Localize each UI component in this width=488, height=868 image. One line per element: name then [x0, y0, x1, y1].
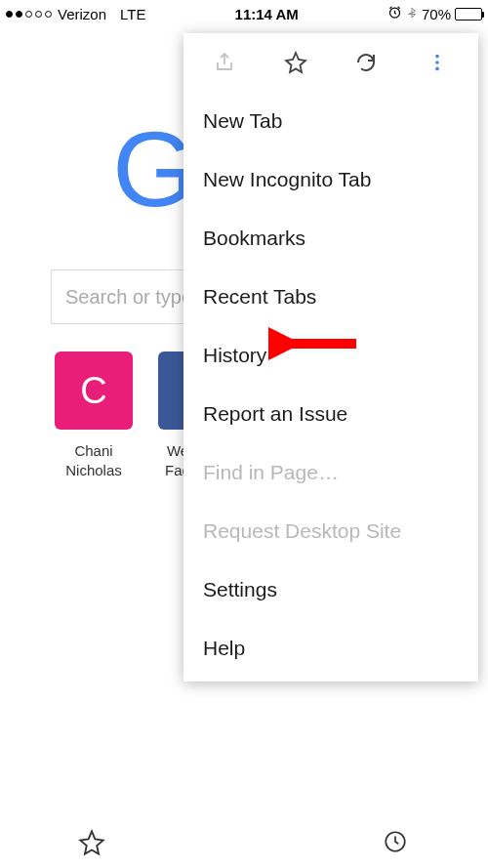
menu-item-history[interactable]: History — [183, 326, 478, 385]
menu-item-find-in-page: Find in Page… — [183, 443, 478, 502]
star-icon[interactable] — [284, 51, 307, 74]
tile-label: Chani Nicholas — [55, 441, 133, 481]
network-label: LTE — [120, 6, 145, 22]
bottom-toolbar — [0, 817, 488, 868]
alarm-icon — [387, 5, 402, 22]
carrier-label: Verizon — [58, 6, 106, 22]
battery-percent: 70% — [422, 6, 451, 22]
star-outline-icon[interactable] — [78, 829, 105, 856]
tile-icon: C — [55, 351, 133, 430]
menu-item-new-incognito-tab[interactable]: New Incognito Tab — [183, 150, 478, 209]
clock-icon[interactable] — [383, 829, 410, 856]
share-icon[interactable] — [213, 51, 236, 74]
status-left: Verizon LTE — [6, 6, 145, 22]
more-vertical-icon[interactable] — [426, 51, 449, 74]
svg-point-3 — [435, 61, 439, 64]
signal-strength-icon — [6, 11, 52, 18]
svg-point-4 — [435, 67, 439, 71]
menu-item-new-tab[interactable]: New Tab — [183, 92, 478, 150]
svg-point-2 — [435, 55, 439, 59]
tile-chani-nicholas[interactable]: C Chani Nicholas — [55, 351, 133, 481]
menu-icon-row — [183, 33, 478, 92]
menu-item-request-desktop: Request Desktop Site — [183, 502, 478, 560]
overflow-menu: New Tab New Incognito Tab Bookmarks Rece… — [183, 33, 478, 682]
menu-item-help[interactable]: Help — [183, 619, 478, 678]
menu-item-recent-tabs[interactable]: Recent Tabs — [183, 268, 478, 326]
status-time: 11:14 AM — [235, 6, 299, 22]
menu-item-report-issue[interactable]: Report an Issue — [183, 385, 478, 443]
battery-icon — [455, 8, 482, 21]
menu-item-bookmarks[interactable]: Bookmarks — [183, 209, 478, 268]
status-right: 70% — [387, 5, 482, 23]
menu-item-settings[interactable]: Settings — [183, 560, 478, 619]
status-bar: Verizon LTE 11:14 AM 70% — [0, 0, 488, 27]
reload-icon[interactable] — [354, 51, 378, 74]
bluetooth-icon — [406, 5, 418, 23]
